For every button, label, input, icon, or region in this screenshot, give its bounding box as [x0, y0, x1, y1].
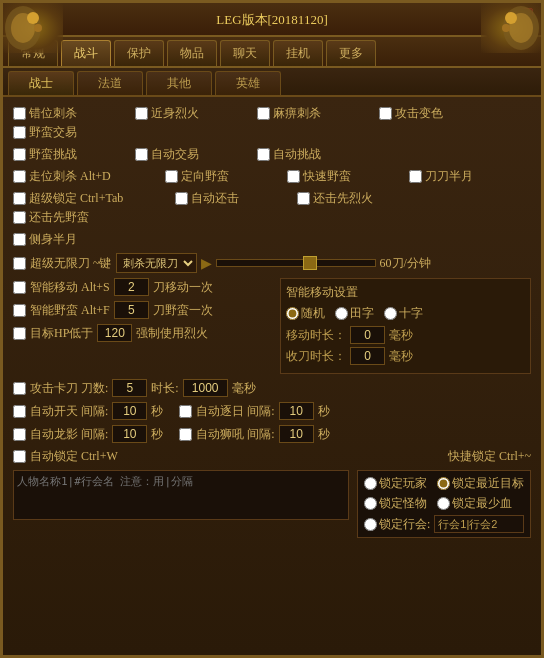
cb-auto-trade-input[interactable]	[135, 148, 148, 161]
tab-items[interactable]: 物品	[167, 40, 217, 66]
radio-cross-label: 十字	[399, 305, 423, 322]
svg-point-6	[505, 12, 517, 24]
cb-counter-wild-input[interactable]	[13, 211, 26, 224]
auto-day-checkbox[interactable]	[179, 405, 192, 418]
smart-move-checkbox[interactable]	[13, 281, 26, 294]
cb-wild-trade: 野蛮交易	[13, 124, 133, 141]
cb-misplace-kill-label: 错位刺杀	[29, 105, 77, 122]
cb-auto-counter-input[interactable]	[175, 192, 188, 205]
cb-wild-trade-input[interactable]	[13, 126, 26, 139]
tab-battle[interactable]: 战斗	[61, 40, 111, 66]
smart-move-input[interactable]	[114, 278, 149, 296]
tab2-hero[interactable]: 英雄	[215, 71, 281, 95]
auto-roar-label: 自动狮吼 间隔:	[196, 426, 274, 443]
auto-lock-row: 自动锁定 Ctrl+W 快捷锁定 Ctrl+~	[13, 448, 531, 465]
unlimited-knife-dropdown[interactable]: 刺杀无限刀 普通无限刀 野蛮无限刀	[116, 253, 197, 273]
harvest-time-input[interactable]	[350, 347, 385, 365]
knife-rate-slider[interactable]	[216, 259, 376, 267]
cb-fast-wild-input[interactable]	[287, 170, 300, 183]
cb-super-lock-label: 超级锁定 Ctrl+Tab	[29, 190, 123, 207]
radio-cross: 十字	[384, 305, 423, 322]
smart-wild-input[interactable]	[114, 301, 149, 319]
tabs-row2: 战士 法道 其他 英雄	[3, 68, 541, 97]
cb-knife-half-moon-label: 刀刀半月	[425, 168, 473, 185]
tab-afk[interactable]: 挂机	[273, 40, 323, 66]
radio-grid-label: 田字	[350, 305, 374, 322]
cb-walk-kill-label: 走位刺杀 Alt+D	[29, 168, 111, 185]
lock-player-label: 锁定玩家	[379, 475, 427, 492]
lock-monster-radio[interactable]	[364, 497, 377, 510]
guild-input[interactable]	[434, 515, 524, 533]
lock-nearest-radio[interactable]	[437, 477, 450, 490]
cb-side-half-moon-input[interactable]	[13, 233, 26, 246]
radio-cross-input[interactable]	[384, 307, 397, 320]
tab-chat[interactable]: 聊天	[220, 40, 270, 66]
cb-auto-trade: 自动交易	[135, 146, 255, 163]
cb-paralysis-kill-input[interactable]	[257, 107, 270, 120]
knife-count-input[interactable]	[112, 379, 147, 397]
lock-guild-radio[interactable]	[364, 518, 377, 531]
tab2-magic[interactable]: 法道	[77, 71, 143, 95]
title-text: LEG版本[20181120]	[216, 12, 327, 27]
cb-wild-challenge-input[interactable]	[13, 148, 26, 161]
auto-dragon-checkbox[interactable]	[13, 428, 26, 441]
target-hp-label: 目标HP低于	[30, 325, 93, 342]
smart-wild-row: 智能野蛮 Alt+F 刀野蛮一次	[13, 301, 272, 319]
lock-guild-label: 锁定行会:	[379, 516, 430, 533]
cb-counter-fire-label: 还击先烈火	[313, 190, 373, 207]
lock-guild-row: 锁定行会:	[364, 515, 524, 533]
lock-min-hp-radio[interactable]	[437, 497, 450, 510]
move-time-input[interactable]	[350, 326, 385, 344]
corner-decoration-right	[481, 3, 541, 53]
radio-random-input[interactable]	[286, 307, 299, 320]
move-mode-radio-row: 随机 田字 十字	[286, 305, 525, 322]
move-time-unit: 毫秒	[389, 327, 413, 344]
cb-walk-kill-input[interactable]	[13, 170, 26, 183]
cb-auto-challenge-input[interactable]	[257, 148, 270, 161]
auto-day-input[interactable]	[279, 402, 314, 420]
auto-roar-input[interactable]	[279, 425, 314, 443]
cb-attack-color-input[interactable]	[379, 107, 392, 120]
auto-dragon-input[interactable]	[112, 425, 147, 443]
lock-player-radio[interactable]	[364, 477, 377, 490]
attack-knife-checkbox[interactable]	[13, 382, 26, 395]
checkbox-row-5: 侧身半月	[13, 231, 531, 248]
unlimited-knife-checkbox[interactable]	[13, 257, 26, 270]
auto-lock-checkbox[interactable]	[13, 450, 26, 463]
character-textarea[interactable]	[13, 470, 349, 520]
smart-wild-checkbox[interactable]	[13, 304, 26, 317]
tab2-warrior[interactable]: 战士	[8, 71, 74, 95]
knife-time-input[interactable]	[183, 379, 228, 397]
auto-lock-label: 自动锁定 Ctrl+W	[30, 448, 118, 465]
auto-open-input[interactable]	[112, 402, 147, 420]
cb-directed-wild-input[interactable]	[165, 170, 178, 183]
target-hp-input[interactable]	[97, 324, 132, 342]
tab-more[interactable]: 更多	[326, 40, 376, 66]
cb-super-lock-input[interactable]	[13, 192, 26, 205]
target-hp-checkbox[interactable]	[13, 327, 26, 340]
harvest-time-unit: 毫秒	[389, 348, 413, 365]
harvest-time-label: 收刀时长：	[286, 348, 346, 365]
tab2-other[interactable]: 其他	[146, 71, 212, 95]
auto-day-label: 自动逐日 间隔:	[196, 403, 274, 420]
smart-move-unit: 刀移动一次	[153, 279, 213, 296]
cb-misplace-kill-input[interactable]	[13, 107, 26, 120]
lock-monster-item: 锁定怪物	[364, 495, 427, 512]
cb-fast-wild-label: 快速野蛮	[303, 168, 351, 185]
move-time-label: 移动时长：	[286, 327, 346, 344]
time-unit: 毫秒	[232, 380, 256, 397]
main-window: LEG版本[20181120] ♥ ✕ 常规 战斗 保护 物品 聊天 挂机 更多…	[0, 0, 544, 658]
auto-open-checkbox[interactable]	[13, 405, 26, 418]
quick-lock-section: 锁定玩家 锁定最近目标 锁定怪物	[357, 470, 531, 538]
cb-melee-fire-input[interactable]	[135, 107, 148, 120]
cb-side-half-moon-label: 侧身半月	[29, 231, 77, 248]
cb-auto-trade-label: 自动交易	[151, 146, 199, 163]
lock-min-hp-label: 锁定最少血	[452, 495, 512, 512]
tab-protect[interactable]: 保护	[114, 40, 164, 66]
cb-knife-half-moon-input[interactable]	[409, 170, 422, 183]
auto-roar-checkbox[interactable]	[179, 428, 192, 441]
auto-roar-unit: 秒	[318, 426, 330, 443]
radio-grid-input[interactable]	[335, 307, 348, 320]
cb-side-half-moon: 侧身半月	[13, 231, 133, 248]
cb-counter-fire-input[interactable]	[297, 192, 310, 205]
